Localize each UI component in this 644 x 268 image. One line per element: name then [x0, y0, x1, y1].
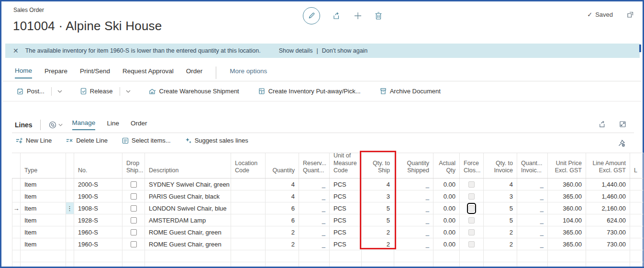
archive-document-button[interactable]: Archive Document — [379, 86, 442, 97]
column-header-type[interactable]: Type — [21, 153, 66, 178]
cell-reserved_quantity[interactable]: _ — [299, 202, 330, 214]
active-row-arrow-icon[interactable]: → — [12, 202, 21, 214]
cell-no[interactable]: 1900-S — [74, 190, 122, 202]
cell-drop_ship[interactable] — [122, 226, 145, 238]
cell-actual_qty[interactable]: 0.00 — [433, 226, 460, 238]
cell-qty_to_invoice[interactable]: 5 — [484, 202, 517, 214]
column-header-line_amount[interactable]: Line Amount Excl. GST — [586, 153, 630, 178]
cell-type[interactable]: Item — [21, 190, 66, 202]
scrollbar-thumb[interactable] — [639, 45, 641, 52]
tab-prepare[interactable]: Prepare — [44, 67, 67, 78]
notification-close-icon[interactable]: ✕ — [13, 47, 19, 55]
cell-unit_of_measure_code[interactable]: PCS — [330, 179, 362, 190]
cell-force_close[interactable] — [460, 202, 484, 214]
suggest-sales-lines-button[interactable]: Suggest sales lines — [185, 137, 248, 144]
cell-type[interactable]: Item — [21, 214, 66, 226]
column-header-description[interactable]: Description — [145, 153, 231, 178]
cell-location_code[interactable] — [231, 238, 266, 250]
cell-unit_price[interactable]: 365.00 — [548, 238, 586, 250]
cell-row_menu[interactable]: ⋮ — [66, 202, 74, 214]
cell-line_amount[interactable]: 1,460.00 — [586, 190, 630, 202]
row-select-cell[interactable] — [12, 214, 21, 226]
force_close-checkbox[interactable] — [468, 217, 475, 223]
cell-unit_of_measure_code[interactable]: PCS — [330, 238, 362, 250]
cell-quantity[interactable]: 2 — [266, 238, 299, 250]
cell-no[interactable]: 1908-S — [74, 202, 122, 214]
cell-type[interactable]: Item — [21, 202, 66, 214]
lines-share-icon[interactable] — [599, 120, 607, 128]
cell-actual_qty[interactable]: 0.00 — [433, 190, 460, 202]
column-header-qty_to_invoice[interactable]: Qty. to Invoice — [484, 153, 517, 178]
drop_ship-checkbox[interactable] — [131, 217, 137, 223]
cell-unit_of_measure_code[interactable]: PCS — [330, 202, 362, 214]
delete-trash-icon[interactable] — [375, 11, 382, 20]
cell-unit_price[interactable]: 104.00 — [548, 214, 586, 226]
drop_ship-checkbox[interactable] — [131, 229, 137, 235]
column-header-location_code[interactable]: Location Code — [231, 153, 266, 178]
cell-quantity_shipped[interactable]: _ — [394, 179, 433, 190]
cell-actual_qty[interactable]: 0.00 — [433, 179, 460, 190]
cell-unit_of_measure_code[interactable]: PCS — [330, 214, 362, 226]
cell-description[interactable]: ROME Guest Chair, green — [145, 226, 231, 238]
column-header-drop_ship[interactable]: Drop Ship... — [122, 153, 145, 178]
new-line-button[interactable]: New Line — [16, 137, 52, 144]
cell-description[interactable]: ROME Guest Chair, green — [145, 238, 231, 250]
cell-no[interactable]: 1960-S — [74, 238, 122, 250]
cell-quantity_shipped[interactable]: _ — [394, 190, 433, 202]
show-details-link[interactable]: Show details — [279, 47, 313, 54]
select-items-button[interactable]: Select items... — [122, 137, 171, 144]
cell-force_close[interactable] — [460, 179, 484, 190]
row-select-cell[interactable] — [12, 190, 21, 202]
row-select-cell[interactable] — [12, 238, 21, 250]
row-select-cell[interactable] — [12, 226, 21, 238]
dont-show-again-link[interactable]: Don't show again — [322, 47, 368, 54]
column-header-reserved_quantity[interactable]: Reserv... Quant... — [299, 153, 330, 178]
cell-actual_qty[interactable]: 0.00 — [433, 238, 460, 250]
cell-force_close[interactable] — [460, 190, 484, 202]
cell-line_amount[interactable]: 1,440.00 — [586, 179, 630, 190]
column-header-no[interactable]: No. — [74, 153, 122, 178]
cell-no[interactable]: 1928-S — [74, 214, 122, 226]
drop_ship-checkbox[interactable] — [131, 181, 137, 188]
release-button[interactable]: Release — [79, 86, 114, 97]
row-select-cell[interactable] — [12, 179, 21, 190]
cell-unit_price[interactable]: 360.00 — [548, 179, 586, 190]
column-header-quantity[interactable]: Quantity — [266, 153, 299, 178]
column-header-quantity_invoiced[interactable]: Quant... Invoic... — [517, 153, 548, 178]
share-icon[interactable] — [333, 11, 341, 20]
column-header-quantity_shipped[interactable]: Quantity Shipped — [394, 153, 433, 178]
cell-description[interactable]: PARIS Guest Chair, black — [145, 190, 231, 202]
post-dropdown-chevron[interactable] — [57, 90, 62, 93]
more-options-button[interactable]: More options — [230, 67, 267, 78]
tab-request-approval[interactable]: Request Approval — [122, 67, 174, 78]
cell-quantity[interactable]: 2 — [266, 226, 299, 238]
column-header-unit_of_measure_code[interactable]: Unit of Measure Code — [330, 153, 362, 178]
cell-force_close[interactable] — [460, 238, 484, 250]
cell-drop_ship[interactable] — [122, 190, 145, 202]
cell-location_code[interactable] — [231, 179, 266, 190]
post-button[interactable]: Post... — [16, 86, 45, 97]
column-header-row_menu[interactable] — [66, 153, 74, 178]
column-header-unit_price[interactable]: Unit Price Excl. GST — [548, 153, 586, 178]
cell-drop_ship[interactable] — [122, 238, 145, 250]
cell-quantity[interactable]: 4 — [266, 190, 299, 202]
force_close-checkbox[interactable] — [468, 193, 475, 200]
release-dropdown-chevron[interactable] — [126, 90, 131, 93]
edit-pencil-icon[interactable] — [303, 7, 320, 24]
cell-qty_to_invoice[interactable]: 5 — [484, 214, 517, 226]
column-header-actual_qty[interactable]: Actual Qty — [433, 153, 460, 178]
cell-quantity[interactable]: 4 — [266, 179, 299, 190]
popout-icon[interactable] — [627, 11, 634, 18]
cell-qty_to_ship[interactable]: 2 — [362, 238, 394, 250]
cell-drop_ship[interactable] — [122, 214, 145, 226]
cell-qty_to_ship[interactable]: 4 — [362, 179, 394, 190]
tab-order[interactable]: Order — [186, 67, 203, 78]
cell-unit_of_measure_code[interactable]: PCS — [330, 190, 362, 202]
cell-line_amount[interactable]: 730.00 — [586, 226, 630, 238]
cell-qty_to_invoice[interactable]: 4 — [484, 179, 517, 190]
cell-quantity_invoiced[interactable]: _ — [517, 214, 548, 226]
lines-tab-line[interactable]: Line — [107, 120, 119, 130]
delete-line-button[interactable]: Delete Line — [66, 137, 108, 144]
cell-qty_to_invoice[interactable]: 2 — [484, 238, 517, 250]
lines-tab-order[interactable]: Order — [131, 120, 147, 130]
